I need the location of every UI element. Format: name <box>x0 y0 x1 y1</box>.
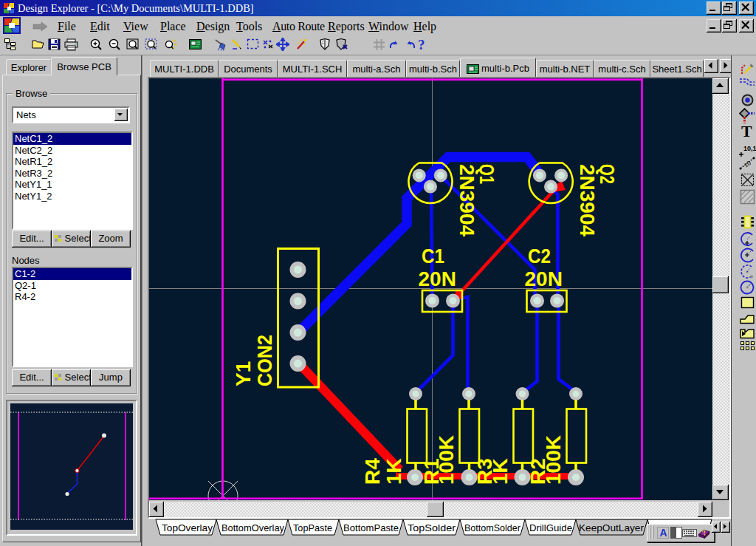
svg-text:1K: 1K <box>489 458 512 485</box>
svg-text:R4: R4 <box>361 458 384 485</box>
svg-text:C1: C1 <box>422 245 444 267</box>
svg-text:BottomPaste: BottomPaste <box>343 522 399 533</box>
svg-text:100K: 100K <box>542 435 565 485</box>
svg-text:TopOverlay: TopOverlay <box>162 522 213 533</box>
svg-text:10,10: 10,10 <box>743 145 756 152</box>
svg-text:CON2: CON2 <box>253 335 276 386</box>
svg-text:20N: 20N <box>419 267 456 290</box>
svg-text:2N3904: 2N3904 <box>576 164 599 237</box>
svg-text:2N3904: 2N3904 <box>456 164 478 237</box>
svg-text:20N: 20N <box>525 267 563 290</box>
svg-text:BottomOverlay: BottomOverlay <box>221 522 284 533</box>
svg-text:C2: C2 <box>528 245 551 267</box>
svg-text:100K: 100K <box>435 435 458 485</box>
svg-text:DrillGuide: DrillGuide <box>529 522 572 533</box>
svg-text:TopSolder: TopSolder <box>408 522 456 533</box>
svg-text:KeepOutLayer: KeepOutLayer <box>579 522 645 533</box>
svg-text:Y1: Y1 <box>232 361 255 386</box>
svg-text:1K: 1K <box>382 458 405 485</box>
svg-text:TopPaste: TopPaste <box>293 522 332 533</box>
svg-text:A: A <box>660 527 667 539</box>
svg-text:BottomSolder: BottomSolder <box>464 522 521 533</box>
